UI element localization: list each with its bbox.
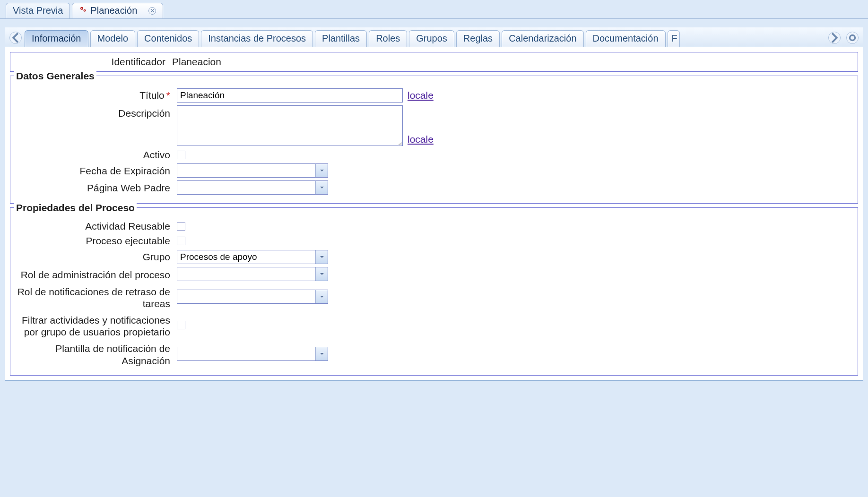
gears-icon [79,5,87,16]
legend-datos-generales: Datos Generales [14,70,96,82]
tab-label: Información [32,33,81,43]
identificador-label: Identificador [16,56,172,68]
tab-label: Instancias de Procesos [208,33,306,43]
tab-label: Contenidos [144,33,192,43]
descripcion-label: Descripción [16,105,177,119]
tab-instancias-procesos[interactable]: Instancias de Procesos [201,30,313,47]
inner-tabs: Información Modelo Contenidos Instancias… [25,30,825,47]
fecha-expiracion-combo[interactable] [177,163,328,178]
rol-notif-combo[interactable] [177,290,328,304]
descripcion-textarea[interactable] [177,105,403,146]
chevron-down-icon[interactable] [315,347,328,360]
tab-planeacion[interactable]: Planeación [72,3,163,18]
rol-admin-label: Rol de administración del proceso [16,267,177,281]
tab-plantillas[interactable]: Plantillas [315,30,367,47]
tab-label: Grupos [416,33,447,43]
tab-label: Roles [376,33,400,43]
rol-admin-input[interactable] [177,267,315,281]
actividad-reusable-label: Actividad Reusable [16,220,177,232]
actividad-reusable-checkbox[interactable] [177,222,185,231]
required-indicator: * [166,90,170,101]
close-icon[interactable] [148,7,156,15]
chevron-down-icon[interactable] [315,290,328,303]
tab-label: Documentación [593,33,659,43]
fieldset-propiedades-proceso: Propiedades del Proceso Actividad Reusab… [10,207,858,376]
filtrar-label: Filtrar actividades y notificaciones por… [16,312,177,338]
legend-propiedades-proceso: Propiedades del Proceso [14,202,137,214]
svg-point-1 [81,8,82,9]
activo-checkbox[interactable] [177,151,185,159]
tab-grupos[interactable]: Grupos [409,30,454,47]
plantilla-notif-label: Plantilla de notificación de Asignación [16,341,177,366]
tab-reglas[interactable]: Reglas [456,30,500,47]
titulo-label: Título* [16,89,177,101]
rol-notif-input[interactable] [177,290,315,303]
tab-label: Vista Previa [13,5,63,16]
descripcion-locale-link[interactable]: locale [408,134,434,145]
tab-label: Planeación [90,5,137,16]
tab-informacion[interactable]: Información [25,30,88,47]
grupo-combo[interactable] [177,250,328,264]
content-panel: Identificador Planeacion Datos Generales… [5,47,863,381]
pagina-padre-input[interactable] [177,181,315,194]
titulo-locale-link[interactable]: locale [408,90,434,101]
tab-label: Reglas [463,33,493,43]
svg-point-6 [850,35,855,40]
titulo-input[interactable] [177,88,403,103]
proceso-ejecutable-label: Proceso ejecutable [16,235,177,247]
workspace-tabs: Vista Previa Planeación [0,0,868,19]
plantilla-notif-combo[interactable] [177,347,328,361]
pagina-padre-combo[interactable] [177,180,328,195]
filtrar-checkbox[interactable] [177,321,185,329]
tab-list-menu[interactable] [846,32,859,44]
tab-label: Calendarización [509,33,576,43]
tab-label: Plantillas [322,33,360,43]
chevron-down-icon[interactable] [315,164,328,177]
fecha-expiracion-input[interactable] [177,164,315,177]
tab-scroll-right[interactable] [828,32,841,44]
chevron-down-icon[interactable] [315,181,328,194]
grupo-input[interactable] [177,250,315,264]
tab-scroll-left[interactable] [9,32,22,44]
tab-vista-previa[interactable]: Vista Previa [6,3,70,18]
tab-calendarizacion[interactable]: Calendarización [502,30,583,47]
rol-admin-combo[interactable] [177,267,328,281]
tab-label: Modelo [97,33,129,43]
inner-tabbar: Información Modelo Contenidos Instancias… [5,27,863,47]
grupo-label: Grupo [16,251,177,263]
plantilla-notif-input[interactable] [177,347,315,360]
chevron-down-icon[interactable] [315,250,328,264]
tab-modelo[interactable]: Modelo [90,30,136,47]
identificador-value: Planeacion [172,56,221,68]
fecha-expiracion-label: Fecha de Expiración [16,165,177,177]
tab-label: F [672,33,677,43]
tab-overflow-partial[interactable]: F [668,30,680,47]
tab-documentacion[interactable]: Documentación [586,30,666,47]
identificador-row: Identificador Planeacion [10,52,858,72]
svg-point-3 [85,10,86,11]
chevron-down-icon[interactable] [315,267,328,281]
pagina-padre-label: Página Web Padre [16,182,177,194]
activo-label: Activo [16,149,177,161]
tab-roles[interactable]: Roles [369,30,407,47]
rol-notif-label: Rol de notificaciones de retraso de tare… [16,284,177,309]
fieldset-datos-generales: Datos Generales Título* locale Descripci… [10,76,858,204]
tab-contenidos[interactable]: Contenidos [137,30,199,47]
proceso-ejecutable-checkbox[interactable] [177,237,185,245]
